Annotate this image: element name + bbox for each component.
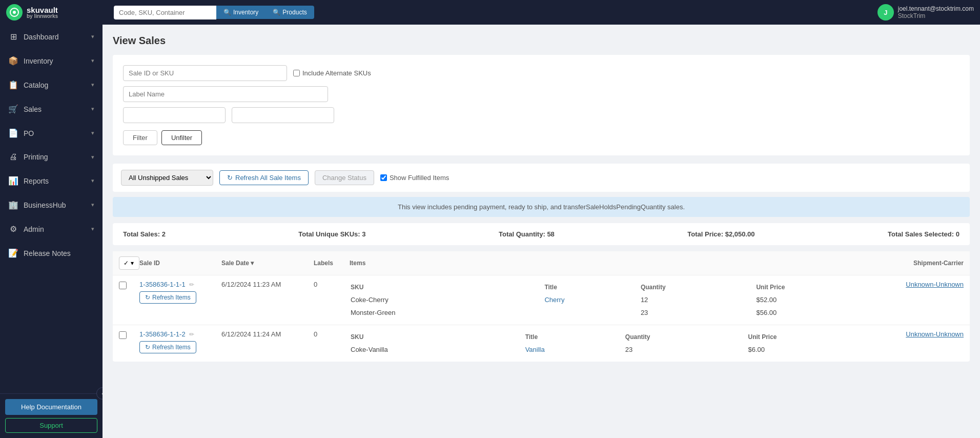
check-icon: ✓ bbox=[124, 260, 129, 267]
item-col-sku: SKU bbox=[351, 282, 543, 293]
edit-icon[interactable]: ✏ bbox=[189, 281, 194, 288]
sale-id-input[interactable] bbox=[123, 65, 287, 81]
item-quantity: 12 bbox=[641, 294, 756, 306]
item-col-title: Title bbox=[544, 282, 639, 293]
sidebar-item-label: Admin bbox=[24, 225, 86, 233]
label-name-input[interactable] bbox=[123, 86, 328, 102]
shipment-link[interactable]: Unknown-Unknown bbox=[906, 330, 964, 338]
items-col: SKU Title Quantity Unit Price Coke-Vanil… bbox=[350, 330, 887, 356]
search-icon: 🔍 bbox=[223, 9, 231, 16]
user-email: joel.tennant@stocktrim.com bbox=[898, 5, 974, 12]
main-content: View Sales Include Alternate SKUs 05/01/… bbox=[103, 25, 980, 438]
sidebar-item-admin[interactable]: ⚙ Admin ▾ bbox=[0, 217, 103, 241]
row-checkbox[interactable] bbox=[119, 282, 127, 289]
dashboard-icon: ⊞ bbox=[8, 32, 18, 42]
items-col: SKU Title Quantity Unit Price Coke-Cherr… bbox=[350, 281, 887, 320]
item-price: $6.00 bbox=[748, 344, 886, 355]
refresh-all-button[interactable]: ↻ Refresh All Sale Items bbox=[219, 170, 309, 185]
include-alternate-checkbox[interactable] bbox=[293, 70, 300, 76]
labels-col: 0 bbox=[314, 281, 350, 288]
col-header-sale-id[interactable]: Sale ID bbox=[139, 260, 221, 267]
sidebar-footer: Help Documentation Support bbox=[0, 393, 103, 438]
sidebar-item-label: Printing bbox=[24, 153, 86, 161]
row-main-1: 1-358636-1-1-2 ✏ ↻ Refresh Items 6/12/20… bbox=[113, 325, 970, 362]
refresh-icon: ↻ bbox=[227, 174, 233, 182]
filter-card: Include Alternate SKUs 05/01/2024 06/27/… bbox=[113, 55, 970, 155]
sidebar-arrow: ▾ bbox=[91, 106, 94, 112]
show-fulfilled-checkbox[interactable] bbox=[380, 174, 387, 181]
sidebar-item-dashboard[interactable]: ⊞ Dashboard ▾ bbox=[0, 25, 103, 49]
action-bar: All Unshipped SalesPending PaymentReady … bbox=[113, 164, 970, 192]
sidebar-item-label: PO bbox=[24, 129, 86, 137]
check-all-dropdown[interactable]: ✓ ▾ bbox=[119, 256, 139, 270]
item-price: $56.00 bbox=[756, 307, 886, 318]
date-from-input[interactable]: 05/01/2024 bbox=[123, 107, 226, 123]
col-header-items: Items bbox=[350, 260, 887, 267]
item-title: Cherry bbox=[544, 294, 639, 306]
search-bar: 🔍 Inventory 🔍 Products bbox=[114, 6, 421, 19]
date-to-input[interactable]: 06/27/2024 bbox=[232, 107, 334, 123]
show-fulfilled-label: Show Fulfilled Items bbox=[380, 174, 449, 182]
sidebar-item-printing[interactable]: 🖨 Printing ▾ bbox=[0, 145, 103, 169]
avatar: J bbox=[877, 4, 894, 21]
printing-icon: 🖨 bbox=[8, 152, 18, 162]
shipment-col: Unknown-Unknown bbox=[887, 330, 964, 338]
sort-icon: ▾ bbox=[251, 260, 254, 267]
refresh-items-button[interactable]: ↻ Refresh Items bbox=[139, 341, 196, 353]
logo-text: skuvault by linnworks bbox=[27, 6, 58, 19]
inventory-search-button[interactable]: 🔍 Inventory bbox=[216, 6, 266, 19]
table-row: 1-358636-1-1-1 ✏ ↻ Refresh Items 6/12/20… bbox=[113, 275, 970, 325]
sidebar-item-label: Sales bbox=[24, 105, 86, 113]
help-documentation-button[interactable]: Help Documentation bbox=[5, 399, 97, 415]
col-header-shipment: Shipment-Carrier bbox=[887, 260, 964, 267]
item-quantity: 23 bbox=[625, 344, 747, 355]
refresh-items-button[interactable]: ↻ Refresh Items bbox=[139, 291, 196, 304]
change-status-button[interactable]: Change Status bbox=[315, 170, 374, 185]
sidebar-item-label: Catalog bbox=[24, 81, 86, 89]
sidebar-item-sales[interactable]: 🛒 Sales ▾ bbox=[0, 97, 103, 121]
dropdown-arrow: ▾ bbox=[131, 260, 134, 267]
inventory-icon: 📦 bbox=[8, 56, 18, 66]
table-row: 1-358636-1-1-2 ✏ ↻ Refresh Items 6/12/20… bbox=[113, 325, 970, 362]
filter-button[interactable]: Filter bbox=[123, 130, 157, 145]
page-title: View Sales bbox=[113, 35, 970, 47]
sidebar-item-reports[interactable]: 📊 Reports ▾ bbox=[0, 169, 103, 193]
edit-icon[interactable]: ✏ bbox=[189, 331, 194, 338]
unfilter-button[interactable]: Unfilter bbox=[161, 130, 202, 145]
businesshub-icon: 🏢 bbox=[8, 200, 18, 210]
shipment-col: Unknown-Unknown bbox=[887, 281, 964, 288]
support-button[interactable]: Support bbox=[5, 418, 97, 433]
sidebar-arrow: ▾ bbox=[91, 33, 94, 40]
item-col-price: Unit Price bbox=[748, 331, 886, 343]
sidebar-arrow: ▾ bbox=[91, 177, 94, 184]
row-checkbox-col bbox=[119, 330, 139, 341]
sale-id-col: 1-358636-1-1-2 ✏ ↻ Refresh Items bbox=[139, 330, 221, 353]
sale-id-link[interactable]: 1-358636-1-1-1 bbox=[139, 281, 186, 288]
filter-buttons: Filter Unfilter bbox=[123, 130, 959, 145]
sidebar-item-label: Reports bbox=[24, 177, 86, 185]
item-col-title: Title bbox=[525, 331, 624, 343]
sidebar-item-label: Release Notes bbox=[24, 249, 94, 257]
sidebar-item-businesshub[interactable]: 🏢 BusinessHub ▾ bbox=[0, 193, 103, 217]
item-sku: Monster-Green bbox=[351, 307, 543, 318]
item-col-sku: SKU bbox=[351, 331, 524, 343]
sidebar-arrow: ▾ bbox=[91, 130, 94, 136]
col-header-sale-date[interactable]: Sale Date ▾ bbox=[221, 260, 314, 267]
row-checkbox[interactable] bbox=[119, 331, 127, 339]
sidebar-item-releasenotes[interactable]: 📝 Release Notes bbox=[0, 241, 103, 265]
user-section: J joel.tennant@stocktrim.com StockTrim bbox=[877, 4, 974, 21]
status-select[interactable]: All Unshipped SalesPending PaymentReady … bbox=[121, 170, 213, 186]
sidebar-item-po[interactable]: 📄 PO ▾ bbox=[0, 121, 103, 145]
sale-id-col: 1-358636-1-1-1 ✏ ↻ Refresh Items bbox=[139, 281, 221, 304]
shipment-link[interactable]: Unknown-Unknown bbox=[906, 281, 964, 288]
sidebar-item-catalog[interactable]: 📋 Catalog ▾ bbox=[0, 73, 103, 97]
products-search-button[interactable]: 🔍 Products bbox=[266, 6, 314, 19]
sidebar-item-inventory[interactable]: 📦 Inventory ▾ bbox=[0, 49, 103, 73]
search-icon: 🔍 bbox=[273, 9, 280, 16]
search-input[interactable] bbox=[114, 6, 216, 19]
sidebar-arrow: ▾ bbox=[91, 57, 94, 64]
sale-id-link[interactable]: 1-358636-1-1-2 bbox=[139, 330, 186, 338]
item-col-qty: Quantity bbox=[641, 282, 756, 293]
refresh-icon: ↻ bbox=[145, 344, 150, 351]
row-checkbox-col bbox=[119, 281, 139, 291]
